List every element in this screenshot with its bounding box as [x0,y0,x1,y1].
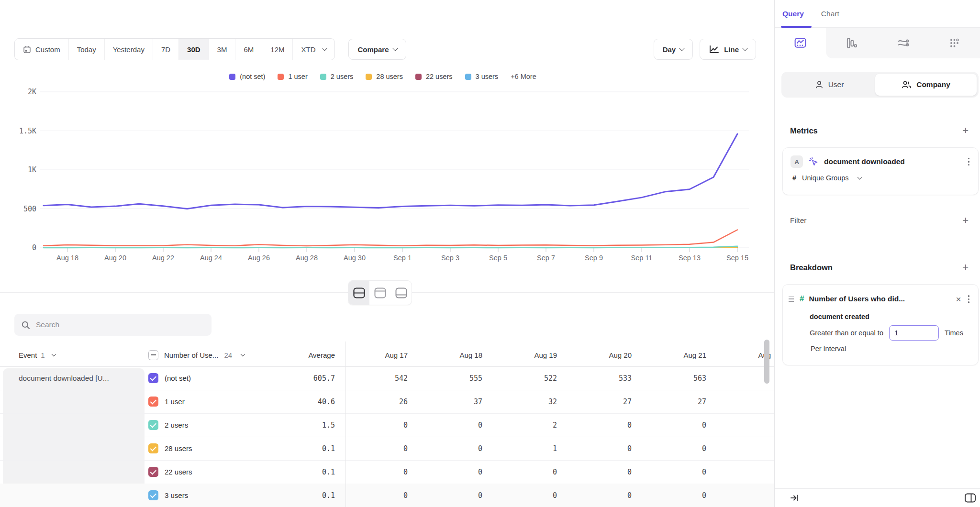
remove-breakdown-button[interactable]: × [956,295,961,304]
average-column-header[interactable]: Average [268,343,335,366]
search-input[interactable] [35,320,205,330]
layout-split-view-button[interactable] [348,281,369,305]
series-checkbox[interactable] [148,420,158,430]
date-column-header[interactable]: Aug 22 [719,343,771,366]
date-column-header[interactable]: Aug 19 [495,343,569,366]
add-breakdown-button[interactable]: + [962,262,969,273]
scope-user-label: User [828,80,844,89]
svg-text:Sep 9: Sep 9 [585,254,603,262]
breakdown-menu-button[interactable] [966,293,972,305]
svg-text:Sep 11: Sep 11 [631,254,653,262]
chart-legend: (not set) 1 user 2 users 28 users 22 use… [10,73,756,80]
add-filter-button[interactable]: + [962,215,969,226]
collapse-sidebar-button[interactable] [790,494,800,502]
granularity-button[interactable]: Day [654,39,693,60]
series-label: 2 users [165,413,188,437]
date-column-header[interactable]: Aug 20 [569,343,644,366]
chart-type-button[interactable]: Line [700,39,756,60]
layout-chart-view-button[interactable] [369,281,390,305]
chart-type-bar-tab[interactable] [826,28,877,58]
legend-item[interactable]: 22 users [415,73,453,80]
table-row[interactable]: 2 users 1.5 002000 [0,413,774,437]
range-6m-button[interactable]: 6M [235,39,262,60]
aggregation-selector[interactable]: Unique Groups [802,174,849,182]
legend-item[interactable]: 28 users [366,73,403,80]
range-3m-button[interactable]: 3M [209,39,235,60]
legend-item[interactable]: 2 users [320,73,354,80]
chevron-down-icon [742,45,747,51]
legend-item[interactable]: 3 users [465,73,499,80]
series-header-label[interactable]: Number of Use... [164,351,218,359]
legend-more-link[interactable]: +6 More [511,73,536,80]
legend-item[interactable]: (not set) [229,73,265,80]
legend-label: 1 user [288,73,307,80]
series-count: 24 [224,351,232,359]
filter-section-header: Filter + [790,215,969,226]
series-checkbox[interactable] [148,467,158,477]
tab-chart[interactable]: Chart [821,10,839,18]
series-checkbox[interactable] [148,490,158,500]
line-chart: 05001K1.5K2KAug 18Aug 20Aug 22Aug 24Aug … [10,81,756,270]
toggle-panel-button[interactable] [964,493,976,503]
scope-user-option[interactable]: User [781,72,877,98]
range-yesterday-button[interactable]: Yesterday [104,39,153,60]
chart-type-flow-tab[interactable] [878,28,929,58]
metrics-title: Metrics [790,126,818,135]
chart-toolbar: Custom Today Yesterday 7D 30D 3M 6M 12M … [14,38,756,60]
scope-company-option[interactable]: Company [875,74,977,96]
chevron-down-icon [392,45,398,51]
table-row[interactable]: 28 users 0.1 001000 [0,437,774,461]
svg-text:0: 0 [32,243,36,252]
legend-item[interactable]: 1 user [278,73,307,80]
legend-label: 2 users [331,73,354,80]
table-scrollbar[interactable] [764,340,769,384]
range-30d-button[interactable]: 30D [178,39,209,60]
series-checkbox[interactable] [148,373,158,383]
date-column-header[interactable]: Aug 17 [345,343,420,366]
breakdown-condition-label[interactable]: Greater than or equal to [810,329,883,337]
legend-label: 28 users [376,73,403,80]
chart-type-more-tab[interactable] [929,28,980,58]
table-row[interactable]: 22 users 0.1 000000 [0,460,774,484]
users-icon [902,80,912,89]
breakdown-card[interactable]: # Number of Users who did... × document … [782,284,979,365]
table-row[interactable]: (not set) 605.7 54255552253356353 [0,366,774,390]
svg-text:1K: 1K [28,165,36,174]
series-checkbox[interactable] [148,397,158,407]
range-7d-button[interactable]: 7D [153,39,178,60]
sidebar-footer [775,488,980,507]
add-metric-button[interactable]: + [962,125,969,136]
legend-swatch [465,74,471,80]
breakdown-section-header: Breakdown + [790,262,969,273]
breakdown-times-input[interactable] [889,325,939,341]
line-chart-icon [709,44,719,54]
chart-type-line-tab[interactable] [775,28,826,58]
breakdown-unit-label: Times [945,329,963,337]
layout-table-view-button[interactable] [390,281,412,305]
event-cursor-icon [809,157,818,166]
metric-name[interactable]: document downloaded [824,157,960,166]
date-column-header[interactable]: Aug 21 [644,343,719,366]
svg-text:500: 500 [23,205,36,213]
range-12m-button[interactable]: 12M [262,39,292,60]
metric-card[interactable]: A document downloaded # Unique Groups [782,147,979,195]
metric-menu-button[interactable] [966,156,972,168]
range-custom-button[interactable]: Custom [15,39,68,60]
legend-swatch [366,74,372,80]
table-row[interactable]: 1 user 40.6 26373227272 [0,390,774,414]
table-row[interactable]: 3 users 0.1 000000 [0,484,774,507]
breakdown-interval-label[interactable]: Per Interval [783,341,978,353]
date-column-header[interactable]: Aug 18 [420,343,495,366]
range-today-button[interactable]: Today [68,39,104,60]
drag-handle-icon[interactable] [788,296,795,303]
select-all-checkbox[interactable] [148,350,158,360]
series-checkbox[interactable] [148,443,158,453]
breakdown-event-name[interactable]: document created [783,305,978,320]
range-xtd-button[interactable]: XTD [292,39,334,60]
breakdown-property-name[interactable]: Number of Users who did... [809,295,951,303]
legend-label: 22 users [426,73,453,80]
tab-query[interactable]: Query [782,10,804,18]
compare-button[interactable]: Compare [348,39,406,60]
event-column-header[interactable]: Event 1 [19,343,56,366]
event-header-label: Event [19,351,37,359]
